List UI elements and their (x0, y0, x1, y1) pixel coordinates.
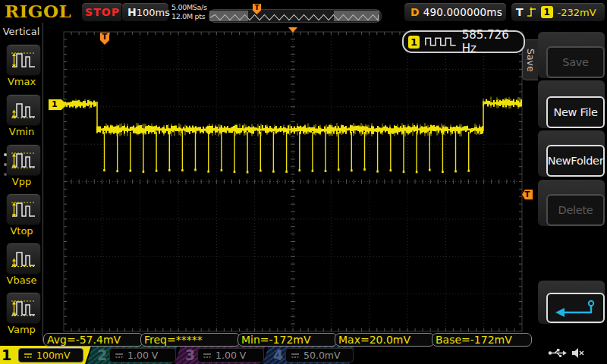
channel-3-scale: 1.00 V (215, 350, 246, 361)
menu-label-vmax: Vmax (0, 76, 43, 87)
vtop-icon (9, 198, 38, 221)
softkey-slot: Save (538, 32, 605, 78)
channel-2-number: 2 (97, 346, 107, 364)
top-status-bar: RIGOL STOP H 100ms 5.00MSa/s 12.0M pts T… (0, 0, 607, 23)
frequency-counter: 1 585.726 Hz (402, 30, 525, 53)
delete-button[interactable]: Delete (546, 194, 605, 226)
menu-item-vbase[interactable] (6, 243, 41, 275)
speaker-muted-icon (571, 347, 584, 359)
new-folder-button[interactable]: NewFolder (546, 145, 605, 177)
delay-value: 490.000000ms (420, 6, 506, 18)
menu-item-vamp[interactable] (6, 292, 41, 324)
menu-label-vtop: Vtop (0, 225, 43, 237)
run-state-label: STOP (82, 6, 123, 18)
waveform-preview-bar[interactable] (209, 9, 382, 23)
vpp-icon (9, 149, 38, 171)
menu-item-vtop[interactable] (6, 193, 41, 225)
channel-2-scale: 1.00 V (127, 350, 158, 361)
channel-3-status[interactable]: 3 1.00 V (175, 346, 266, 364)
coupling-dc-icon (115, 352, 124, 359)
trigger-level-tag: T (522, 190, 533, 199)
channel-1-scale-box: 100mV (18, 348, 83, 362)
channel-1-status[interactable]: 1 100mV (0, 346, 91, 364)
horizontal-label: H (122, 6, 137, 18)
menu-label-vbase: Vbase (0, 275, 43, 286)
vmin-icon (9, 99, 38, 121)
timebase-value: 100ms (137, 7, 170, 18)
channel-1-scale: 100mV (36, 350, 71, 361)
return-arrow-icon (552, 298, 600, 318)
softkey-slot: New File (538, 80, 605, 128)
vmax-icon (9, 49, 38, 71)
coupling-dc-icon (291, 352, 300, 359)
vamp-icon (9, 297, 38, 319)
trigger-status-chip: T 1 -232mV (511, 3, 605, 21)
coupling-dc-icon (24, 352, 33, 359)
square-wave-icon (424, 36, 458, 48)
new-file-button[interactable]: New File (546, 96, 605, 128)
trigger-delay-chip: D 490.000000ms (404, 3, 506, 21)
memory-depth: 12.0M pts (171, 12, 211, 21)
channel-4-scale: 50.0mV (304, 350, 341, 361)
trigger-slope-icon (526, 5, 537, 19)
channel-4-status[interactable]: 4 50.0mV (263, 346, 355, 364)
run-state-badge: STOP (82, 3, 123, 21)
rigol-logo: RIGOL (5, 1, 71, 21)
trigger-position-flag: T (100, 33, 109, 45)
vbase-icon (9, 247, 38, 270)
counter-source-badge: 1 (408, 36, 420, 49)
measurement-avg: Avg=-57.4mV (43, 333, 143, 347)
counter-frequency-value: 585.726 Hz (462, 28, 524, 55)
sample-rate: 5.00MSa/s (171, 3, 211, 12)
measurement-base: Base=-172mV (432, 333, 532, 347)
menu-label-vmin: Vmin (0, 126, 43, 137)
trigger-source-badge: 1 (541, 6, 553, 18)
channel-status-bar: 1 100mV 2 1.00 V (0, 346, 607, 364)
channel-2-status[interactable]: 2 1.00 V (86, 346, 178, 364)
oscilloscope-screen: RIGOL STOP H 100ms 5.00MSa/s 12.0M pts T… (0, 0, 607, 364)
measurement-freq: Freq=***** (140, 333, 241, 347)
softkey-slot (538, 281, 605, 324)
channel-offset-marker: 1 (49, 99, 67, 110)
trigger-label: T (511, 6, 524, 18)
usb-icon (548, 348, 568, 358)
scroll-indicator-dot (4, 173, 7, 176)
coupling-dc-icon (203, 352, 212, 359)
channel-2-scale-box: 1.00 V (109, 348, 176, 362)
measurement-min: Min=-172mV (237, 333, 338, 347)
channel-3-scale-box: 1.00 V (197, 348, 264, 362)
menu-item-vmax[interactable] (6, 44, 41, 76)
channel-4-number: 4 (273, 346, 283, 364)
menu-label-vpp: Vpp (0, 176, 43, 187)
back-button[interactable] (546, 293, 605, 323)
menu-item-vpp[interactable] (6, 144, 41, 176)
save-button[interactable]: Save (546, 46, 605, 78)
channel-3-number: 3 (185, 346, 195, 364)
trigger-level-value: -232mV (558, 7, 596, 18)
scroll-indicator-dot (4, 153, 7, 156)
scroll-indicator-dot (4, 163, 7, 166)
menu-item-vmin[interactable] (6, 94, 41, 126)
measurement-max: Max=20.0mV (335, 333, 435, 347)
softkey-slot: NewFolder (538, 130, 605, 177)
delay-label: D (404, 6, 420, 18)
channel-1-number: 1 (2, 346, 11, 364)
horizontal-timebase-chip: H 100ms (122, 3, 168, 21)
trigger-delay-triangle (288, 27, 297, 33)
acquisition-info: 5.00MSa/s 12.0M pts (171, 3, 211, 20)
softkey-slot: Delete (538, 180, 605, 226)
left-menu-title: Vertical (0, 26, 42, 37)
channel-4-scale-box: 50.0mV (285, 348, 354, 362)
menu-label-vamp: Vamp (0, 324, 43, 335)
